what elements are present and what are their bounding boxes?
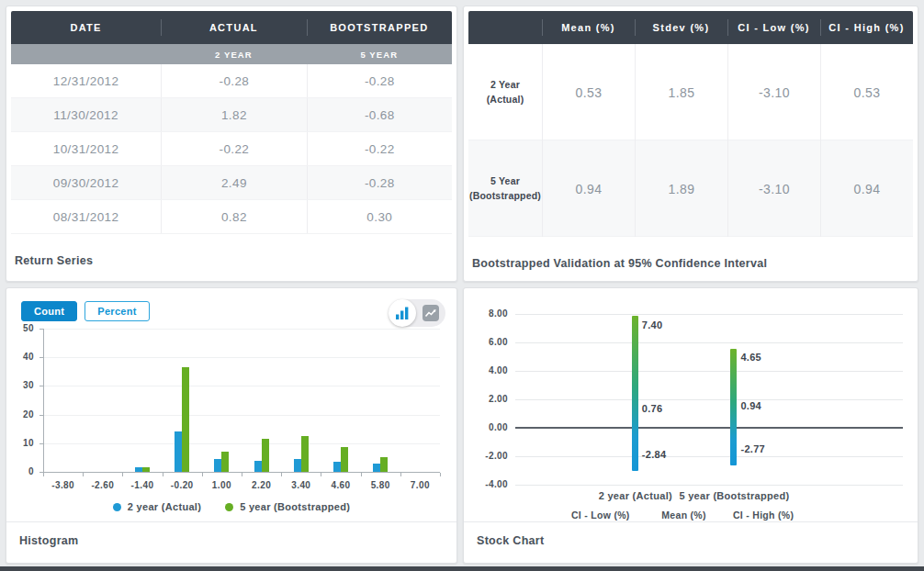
table-cell: -3.10 — [727, 140, 820, 237]
histogram-bar[interactable] — [301, 436, 309, 472]
table-row: 09/30/20122.49-0.28 — [11, 166, 452, 200]
x-axis-tick — [122, 473, 123, 476]
percent-button[interactable]: Percent — [85, 301, 149, 321]
validation-table: Mean (%)Stdev (%)CI - Low (%)CI - High (… — [468, 11, 913, 237]
legend-label: 2 year (Actual) — [128, 501, 201, 512]
x-axis-tick — [242, 473, 242, 476]
y-axis-tick-label: 30 — [6, 380, 34, 390]
histogram-bar[interactable] — [135, 467, 142, 472]
y-axis-tick-label: 20 — [6, 409, 34, 420]
table-row: 10/31/2012-0.22-0.22 — [11, 132, 452, 166]
return-series-panel: DATEACTUALBOOTSTRAPPED2 YEAR5 YEAR12/31/… — [6, 6, 457, 282]
legend-item[interactable]: Mean (%) — [661, 509, 706, 521]
gridline — [44, 357, 440, 358]
histogram-bar[interactable] — [373, 464, 380, 472]
histogram-bar[interactable] — [262, 439, 269, 472]
bar-chart-icon[interactable] — [389, 299, 416, 327]
count-button[interactable]: Count — [21, 301, 77, 321]
gridline — [44, 415, 440, 416]
histogram-bar[interactable] — [380, 457, 388, 472]
column-header: DATE — [11, 11, 161, 44]
line-chart-icon[interactable] — [416, 299, 445, 327]
panel-caption-validation: Bootstrapped Validation at 95% Confidenc… — [472, 257, 918, 270]
column-header: Stdev (%) — [635, 11, 727, 44]
histogram-bar[interactable] — [254, 461, 262, 472]
table-cell: 2.49 — [161, 166, 306, 199]
analytics-dashboard: DATEACTUALBOOTSTRAPPED2 YEAR5 YEAR12/31/… — [0, 0, 924, 571]
x-axis-tick-label: 3.40 — [279, 480, 323, 490]
table-row: 5 Year(Bootstrapped)0.941.89-3.100.94 — [468, 140, 913, 237]
table-cell: -0.28 — [161, 64, 306, 97]
x-axis-tick — [163, 473, 163, 476]
table-cell: 0.94 — [542, 140, 635, 237]
table-header-row: Mean (%)Stdev (%)CI - Low (%)CI - High (… — [468, 11, 913, 44]
stock-chart-panel: 8.006.004.002.000.00-2.00-4.007.400.76-2… — [463, 287, 918, 564]
x-axis-tick-label: -0.20 — [160, 480, 204, 490]
histogram-bar[interactable] — [341, 447, 348, 472]
histogram-bar[interactable] — [142, 467, 150, 472]
x-axis-tick — [440, 473, 441, 476]
table-cell: 10/31/2012 — [11, 132, 161, 165]
table-cell: 0.53 — [820, 44, 913, 140]
table-row: 12/31/2012-0.28-0.28 — [11, 64, 452, 98]
legend-item[interactable]: 2 year (Actual) — [113, 501, 201, 512]
row-label: 2 Year(Actual) — [468, 44, 542, 140]
row-label: 5 Year(Bootstrapped) — [468, 140, 542, 237]
chart-type-toggle — [389, 299, 445, 327]
y-axis-tick-label: 0 — [6, 466, 34, 476]
table-subheader-row: 2 YEAR5 YEAR — [11, 44, 452, 64]
stock-range-bar[interactable] — [730, 349, 737, 465]
legend-marker — [113, 503, 121, 511]
x-axis-tick-label: 7.00 — [398, 480, 442, 490]
column-header: CI - Low (%) — [727, 11, 820, 44]
histogram-bar[interactable] — [182, 367, 189, 472]
x-axis-tick-label: 2.20 — [240, 480, 284, 490]
ci-high-label: 4.65 — [740, 352, 761, 363]
table-row: 08/31/20120.820.30 — [11, 200, 452, 234]
table-cell: -0.22 — [307, 132, 452, 165]
table-cell: -0.22 — [161, 132, 306, 165]
x-axis-tick-label: 4.60 — [319, 480, 363, 490]
row-label-line: 5 Year — [490, 174, 520, 189]
table-cell: 0.82 — [161, 200, 306, 233]
y-axis-tick-label: 2.00 — [468, 394, 508, 404]
y-axis-tick-label: 0.00 — [468, 422, 508, 432]
x-axis-tick-label: 5.80 — [358, 480, 402, 490]
x-axis-tick-label: -1.40 — [120, 480, 164, 490]
x-axis-tick-label: -3.80 — [41, 480, 85, 490]
table-row: 11/30/20121.82-0.68 — [11, 98, 452, 132]
row-label-line: (Bootstrapped) — [469, 189, 541, 204]
histogram-bar[interactable] — [214, 459, 221, 472]
y-axis-tick-label: 8.00 — [468, 308, 508, 319]
histogram-bar[interactable] — [294, 459, 301, 472]
table-cell: 0.53 — [542, 44, 635, 140]
histogram-toolbar: Count Percent — [21, 301, 150, 321]
table-cell: 12/31/2012 — [11, 64, 161, 97]
histogram-bar[interactable] — [221, 452, 229, 472]
column-subheader: 5 YEAR — [307, 44, 452, 64]
legend-item[interactable]: CI - High (%) — [733, 509, 794, 521]
table-cell: 11/30/2012 — [11, 98, 161, 131]
mean-label: 0.76 — [642, 403, 663, 414]
panel-caption-stock-chart: Stock Chart — [464, 521, 918, 547]
x-axis-tick-label: -2.60 — [81, 480, 125, 490]
table-cell: -0.28 — [307, 64, 452, 97]
table-cell: -0.28 — [307, 166, 452, 199]
x-axis-tick — [361, 473, 362, 476]
x-axis-tick — [43, 473, 44, 476]
x-axis-tick — [321, 473, 321, 476]
table-header-row: DATEACTUALBOOTSTRAPPED — [11, 11, 452, 44]
legend-item[interactable]: CI - Low (%) — [571, 509, 630, 521]
validation-panel: Mean (%)Stdev (%)CI - Low (%)CI - High (… — [463, 6, 918, 282]
mean-label: 0.94 — [740, 400, 761, 411]
gridline — [515, 399, 903, 400]
legend-item[interactable]: 5 year (Bootstrapped) — [225, 501, 350, 512]
histogram-bar[interactable] — [333, 462, 341, 472]
legend-marker — [225, 503, 233, 511]
stock-chart: 8.006.004.002.000.00-2.00-4.007.400.76-2… — [464, 288, 918, 520]
panel-caption-return-series: Return Series — [15, 254, 456, 267]
column-subheader: 2 YEAR — [161, 44, 306, 64]
stock-range-bar[interactable] — [632, 316, 638, 471]
histogram-bar[interactable] — [175, 431, 182, 472]
panel-caption-histogram: Histogram — [6, 521, 456, 547]
